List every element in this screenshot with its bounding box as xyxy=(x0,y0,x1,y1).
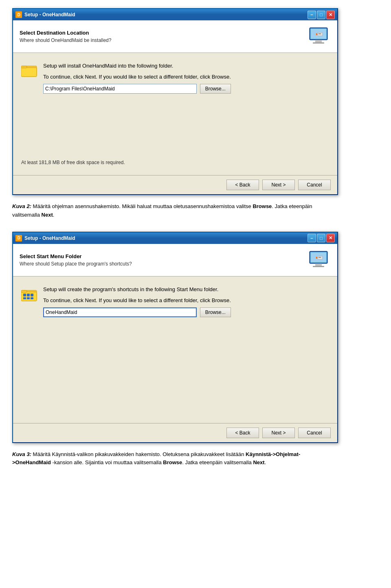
path-input-2[interactable] xyxy=(43,307,197,317)
svg-rect-22 xyxy=(23,294,26,296)
desc-line1-1: Setup will install OneHandMaid into the … xyxy=(43,63,231,69)
next-button-1[interactable]: Next > xyxy=(262,180,295,190)
computer-icon-2 xyxy=(306,249,331,271)
svg-rect-4 xyxy=(313,42,324,44)
caption-text-1: Määritä ohjelman asennushakemisto. Mikäl… xyxy=(31,203,253,209)
caption-text-2d: . xyxy=(265,459,266,465)
folder-icon-1 xyxy=(21,63,37,78)
next-button-2[interactable]: Next > xyxy=(262,428,295,438)
caption-text-2b: -kansion alle. Sijaintia voi muuttaa val… xyxy=(51,459,163,465)
svg-rect-24 xyxy=(31,294,33,296)
titlebar-left-2: D Setup - OneHandMaid xyxy=(15,235,75,241)
desc-line2-1: To continue, click Next. If you would li… xyxy=(43,74,231,80)
content-top-1: Setup will install OneHandMaid into the … xyxy=(21,63,329,94)
svg-rect-17 xyxy=(319,257,321,258)
close-button-1[interactable]: ✕ xyxy=(326,11,335,19)
window-header-2: Select Start Menu Folder Where should Se… xyxy=(13,244,337,276)
svg-rect-23 xyxy=(27,294,30,296)
svg-rect-9 xyxy=(21,68,37,77)
content-description-2: Setup will create the program's shortcut… xyxy=(43,286,231,317)
titlebar-controls-2: − □ ✕ xyxy=(308,234,335,242)
titlebar-left-1: D Setup - OneHandMaid xyxy=(15,11,75,18)
svg-rect-14 xyxy=(315,263,322,266)
app-icon-1: D xyxy=(15,11,22,18)
caption-bold2-2: Browse xyxy=(163,459,182,465)
setup-window-1: D Setup - OneHandMaid − □ ✕ Select Desti… xyxy=(12,8,338,195)
cancel-button-2[interactable]: Cancel xyxy=(298,428,331,438)
svg-rect-15 xyxy=(313,266,324,267)
minimize-button-2[interactable]: − xyxy=(308,234,316,242)
caption-text-2a: Määritä Käynnistä-valikon pikakuvakkeide… xyxy=(31,451,246,457)
window-title-2: Setup - OneHandMaid xyxy=(24,235,75,241)
header-icon-2 xyxy=(306,249,331,271)
back-button-2[interactable]: < Back xyxy=(226,428,259,438)
caption-text-2c: . Jatka eteenpäin valitsemalla xyxy=(182,459,253,465)
content-top-2: Setup will create the program's shortcut… xyxy=(21,286,329,317)
caption-2: Kuva 3: Määritä Käynnistä-valikon pikaku… xyxy=(12,450,338,467)
svg-rect-6 xyxy=(319,33,321,34)
caption-bold2-1: Next xyxy=(42,212,53,218)
desc-line1-2: Setup will create the program's shortcut… xyxy=(43,286,231,292)
caption-label-1: Kuva 2: xyxy=(12,203,31,209)
minimize-button-1[interactable]: − xyxy=(308,11,316,19)
content-description-1: Setup will install OneHandMaid into the … xyxy=(43,63,231,94)
svg-rect-25 xyxy=(23,297,26,299)
app-icon-2: D xyxy=(15,235,22,241)
caption-text3-1: . xyxy=(53,212,55,218)
header-subtitle-2: Where should Setup place the program's s… xyxy=(20,261,132,267)
maximize-button-2[interactable]: □ xyxy=(317,234,325,242)
svg-rect-21 xyxy=(21,290,27,292)
window-header-1: Select Destination Location Where should… xyxy=(13,20,337,53)
back-button-1[interactable]: < Back xyxy=(226,180,259,190)
path-input-row-2: Browse... xyxy=(43,307,231,317)
computer-icon-1 xyxy=(306,25,331,48)
svg-rect-10 xyxy=(21,66,27,68)
disk-space-notice-1: At least 181,8 MB of free disk space is … xyxy=(21,160,125,165)
window-content-2: Setup will create the program's shortcut… xyxy=(13,276,337,423)
caption-bold3-2: Next xyxy=(253,459,264,465)
titlebar-controls-1: − □ ✕ xyxy=(308,11,335,19)
header-title-1: Select Destination Location xyxy=(20,30,111,36)
close-button-2[interactable]: ✕ xyxy=(326,234,335,242)
header-text-2: Select Start Menu Folder Where should Se… xyxy=(20,253,132,267)
startmenu-icon-2 xyxy=(21,286,37,303)
titlebar-1: D Setup - OneHandMaid − □ ✕ xyxy=(13,9,337,20)
cancel-button-1[interactable]: Cancel xyxy=(298,180,331,190)
path-input-1[interactable] xyxy=(43,84,197,94)
titlebar-2: D Setup - OneHandMaid − □ ✕ xyxy=(13,233,337,244)
desc-line2-2: To continue, click Next. If you would li… xyxy=(43,297,231,303)
path-input-row-1: Browse... xyxy=(43,84,231,94)
setup-window-2: D Setup - OneHandMaid − □ ✕ Select Start… xyxy=(12,232,338,443)
header-title-2: Select Start Menu Folder xyxy=(20,253,132,259)
svg-rect-3 xyxy=(315,40,322,42)
header-icon-1 xyxy=(306,25,331,48)
header-subtitle-1: Where should OneHandMaid be installed? xyxy=(20,37,111,43)
browse-button-2[interactable]: Browse... xyxy=(200,307,231,317)
window-footer-1: < Back Next > Cancel xyxy=(13,175,337,194)
svg-rect-27 xyxy=(31,297,33,299)
window-title-1: Setup - OneHandMaid xyxy=(24,12,75,18)
header-text-1: Select Destination Location Where should… xyxy=(20,30,111,43)
caption-bold1-1: Browse xyxy=(253,203,272,209)
maximize-button-1[interactable]: □ xyxy=(317,11,325,19)
browse-button-1[interactable]: Browse... xyxy=(200,84,231,94)
caption-1: Kuva 2: Määritä ohjelman asennushakemist… xyxy=(12,202,338,219)
svg-rect-26 xyxy=(27,297,30,299)
window-footer-2: < Back Next > Cancel xyxy=(13,423,337,442)
window-content-1: Setup will install OneHandMaid into the … xyxy=(13,53,337,175)
caption-label-2: Kuva 3: xyxy=(12,451,31,457)
